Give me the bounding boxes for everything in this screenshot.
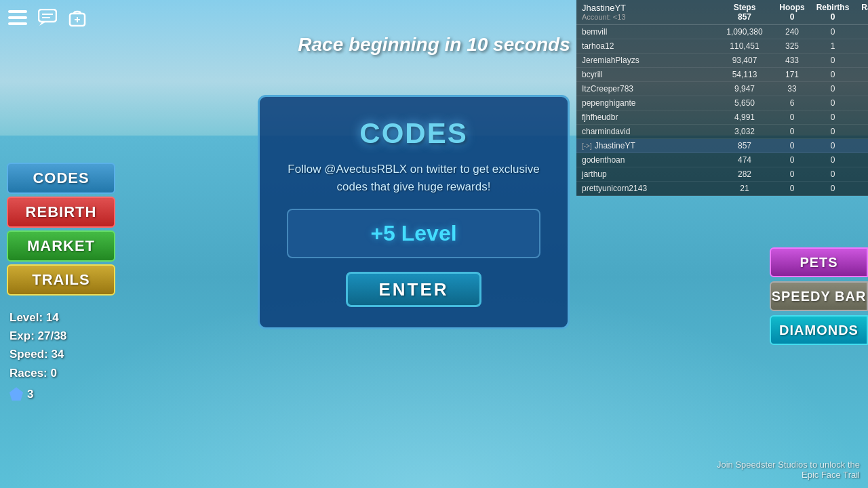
player-name-header: JhastineYT <box>582 3 717 13</box>
enter-button[interactable]: ENTER <box>346 272 481 307</box>
player-name: bcyrill <box>582 70 717 79</box>
rebirths-value: 0 <box>812 56 853 65</box>
leaderboard-header: JhastineYT Account: <13 Steps857 Hoops0 … <box>576 0 868 25</box>
steps-value: 857 <box>717 141 772 150</box>
menu-icon[interactable] <box>7 7 28 28</box>
steps-value: 5,650 <box>717 98 772 108</box>
speedy-bar-button[interactable]: SPEEDY BAR <box>770 281 868 311</box>
svg-rect-2 <box>8 22 27 25</box>
player-stats: Level: 14 Exp: 27/38 Speed: 34 Races: 0 … <box>9 308 66 403</box>
steps-value: 54,113 <box>717 70 772 79</box>
rebirths-value: 0 <box>812 98 853 108</box>
player-name: [->] JhastineYT <box>582 141 717 150</box>
hoops-value: 240 <box>772 27 812 37</box>
chat-icon[interactable] <box>37 7 58 28</box>
rebirths-value: 0 <box>812 184 853 193</box>
svg-rect-3 <box>39 9 56 22</box>
rebirths-value: 0 <box>812 127 853 136</box>
player-name: godenthoan <box>582 155 717 165</box>
right-sidebar: PETS SPEEDY BAR DIAMONDS <box>770 247 868 345</box>
steps-value: 93,407 <box>717 56 772 65</box>
hoops-value: 33 <box>772 84 812 94</box>
table-row: jarthup282000 <box>576 167 868 182</box>
player-name: tarhoa12 <box>582 41 717 51</box>
hoops-value: 325 <box>772 41 812 51</box>
player-name: ItzCreeper783 <box>582 84 717 94</box>
rebirths-value: 1 <box>812 41 853 51</box>
steps-value: 282 <box>717 169 772 179</box>
rebirths-value: 0 <box>812 27 853 37</box>
player-header-info: JhastineYT Account: <13 <box>582 3 717 22</box>
races-value: 0 <box>853 155 868 165</box>
table-row: fjhfheudbr4,991000 <box>576 110 868 125</box>
pets-button[interactable]: PETS <box>770 247 868 277</box>
codes-reward-text: +5 Level <box>370 221 456 246</box>
hoops-value: 6 <box>772 98 812 108</box>
steps-value: 474 <box>717 155 772 165</box>
steps-value: 9,947 <box>717 84 772 94</box>
account-info: Account: <13 <box>582 13 717 21</box>
table-row: JeremiahPlayzs93,40743300 <box>576 54 868 68</box>
rebirths-value: 0 <box>812 113 853 122</box>
table-row: tarhoa12110,45132518 <box>576 39 868 54</box>
bottom-notice-line1: Join Speedster Studios to unlock the <box>717 460 860 470</box>
hoops-value: 0 <box>772 169 812 179</box>
rebirths-value: 0 <box>812 70 853 79</box>
races-value: 0 <box>853 169 868 179</box>
races-value: 0 <box>853 127 868 136</box>
hoops-value: 0 <box>772 141 812 150</box>
left-sidebar: CODES REBIRTH MARKET TRAILS <box>7 163 115 296</box>
races-value: 0 <box>853 70 868 79</box>
races-value: 0 <box>853 84 868 94</box>
bag-icon[interactable] <box>66 7 88 28</box>
rebirths-value: 0 <box>812 141 853 150</box>
svg-rect-0 <box>8 10 27 13</box>
rebirths-value: 0 <box>812 84 853 94</box>
codes-input-area[interactable]: +5 Level <box>287 209 540 258</box>
rebirth-button[interactable]: REBIRTH <box>7 197 115 228</box>
races-value: 0 <box>853 113 868 122</box>
player-name: bemvill <box>582 27 717 37</box>
diamonds-display: 3 <box>9 385 66 403</box>
svg-rect-1 <box>8 16 27 19</box>
player-name: pepenghigante <box>582 98 717 108</box>
steps-value: 1,090,380 <box>717 27 772 37</box>
hoops-value: 0 <box>772 113 812 122</box>
codes-button[interactable]: CODES <box>7 163 115 194</box>
codes-modal: CODES Follow @AvectusRBLX on twitter to … <box>258 95 570 329</box>
market-button[interactable]: MARKET <box>7 230 115 262</box>
player-name: prettyunicorn2143 <box>582 184 717 193</box>
rebirths-header: Rebirths0 <box>812 3 853 22</box>
races-header: Races0 <box>853 3 868 22</box>
steps-value: 4,991 <box>717 113 772 122</box>
races-value: 8 <box>853 41 868 51</box>
diamonds-button[interactable]: DIAMONDS <box>770 315 868 345</box>
races-stat: Races: 0 <box>9 364 66 382</box>
hoops-value: 0 <box>772 155 812 165</box>
speed-stat: Speed: 34 <box>9 345 66 363</box>
table-row: bemvill1,090,380240011 <box>576 25 868 39</box>
races-value: 0 <box>853 141 868 150</box>
races-value: 0 <box>853 56 868 65</box>
steps-value: 21 <box>717 184 772 193</box>
table-row: charmindavid3,032000 <box>576 125 868 139</box>
table-row: [->] JhastineYT857000 <box>576 139 868 153</box>
table-row: ItzCreeper7839,9473300 <box>576 82 868 96</box>
hoops-header: Hoops0 <box>772 3 812 22</box>
table-row: bcyrill54,11317100 <box>576 68 868 82</box>
player-name: jarthup <box>582 169 717 179</box>
level-stat: Level: 14 <box>9 308 66 327</box>
codes-description: Follow @AvectusRBLX on twitter to get ex… <box>287 161 540 195</box>
hoops-value: 0 <box>772 127 812 136</box>
steps-value: 3,032 <box>717 127 772 136</box>
player-name: charmindavid <box>582 127 717 136</box>
leaderboard: JhastineYT Account: <13 Steps857 Hoops0 … <box>576 0 868 196</box>
races-value: 11 <box>853 27 868 37</box>
races-value: 0 <box>853 184 868 193</box>
top-icons <box>7 7 88 28</box>
diamond-icon <box>9 387 23 401</box>
table-row: godenthoan474000 <box>576 153 868 167</box>
trails-button[interactable]: TRAILS <box>7 264 115 296</box>
exp-stat: Exp: 27/38 <box>9 327 66 345</box>
hoops-value: 0 <box>772 184 812 193</box>
